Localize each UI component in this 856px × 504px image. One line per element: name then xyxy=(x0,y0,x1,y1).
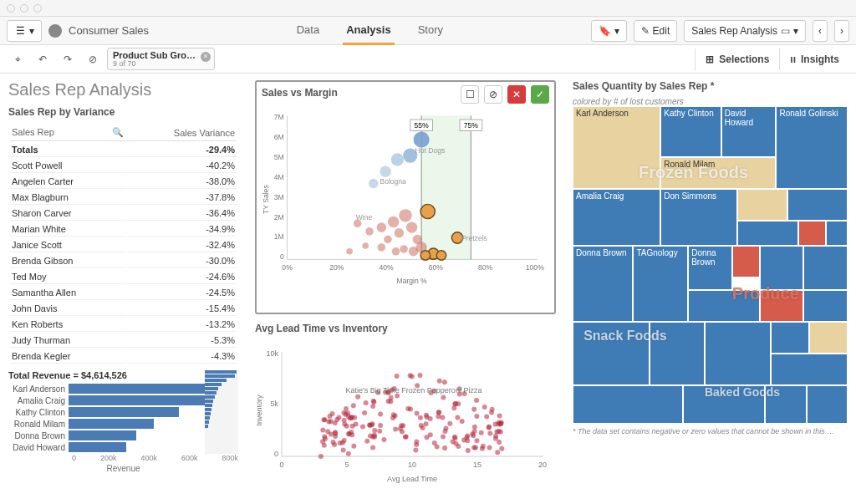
variance-table[interactable]: Sales Rep🔍 Sales Variance Totals -29.4% … xyxy=(8,123,238,365)
col-variance[interactable]: Sales Variance xyxy=(127,125,237,141)
bookmark-button[interactable]: 🔖 ▾ xyxy=(591,20,627,42)
treemap-cell[interactable] xyxy=(683,385,766,424)
menu-button[interactable]: ☰ ▾ xyxy=(7,20,42,42)
bar-row[interactable]: Ronald Milam xyxy=(8,419,238,429)
svg-point-168 xyxy=(372,428,377,433)
tab-analysis[interactable]: Analysis xyxy=(343,17,394,45)
svg-rect-1 xyxy=(205,370,237,374)
svg-point-245 xyxy=(499,420,504,425)
selection-chip[interactable]: Product Sub Gro… 9 of 70 × xyxy=(107,48,215,71)
treemap-cell[interactable] xyxy=(771,322,809,354)
treemap-cell[interactable] xyxy=(765,385,806,424)
insights-button[interactable]: ıı Insights xyxy=(779,48,849,70)
lasso-button[interactable]: ☐ xyxy=(461,85,479,104)
table-row[interactable]: Samantha Allen-24.5% xyxy=(10,286,237,300)
table-row[interactable]: Ken Roberts-13.2% xyxy=(10,318,237,332)
svg-point-130 xyxy=(322,443,327,448)
col-sales-rep[interactable]: Sales Rep🔍 xyxy=(10,125,125,141)
smart-search-button[interactable]: ⌖ xyxy=(7,48,28,70)
treemap-cell[interactable] xyxy=(798,221,826,246)
treemap-cell[interactable] xyxy=(737,189,787,221)
treemap-chart[interactable]: Karl Anderson Kathy Clinton David Howard… xyxy=(573,106,848,424)
table-row[interactable]: Ted Moy-24.6% xyxy=(10,270,237,284)
search-icon[interactable]: 🔍 xyxy=(112,127,124,138)
traffic-light-min[interactable] xyxy=(20,4,28,13)
treemap-cell[interactable]: David Howard xyxy=(721,106,777,157)
treemap-cell[interactable] xyxy=(787,189,848,221)
treemap-cell[interactable] xyxy=(803,246,848,290)
window-chrome xyxy=(0,0,856,17)
treemap-cell[interactable] xyxy=(771,354,848,385)
svg-point-180 xyxy=(442,379,447,384)
treemap-cell[interactable]: Donna Brown xyxy=(573,246,633,322)
svg-rect-13 xyxy=(205,420,209,424)
selections-tool-button[interactable]: ⊞ Selections xyxy=(695,48,779,70)
treemap-cell[interactable] xyxy=(688,290,760,322)
treemap-cell[interactable] xyxy=(573,385,683,424)
edit-button[interactable]: ✎ Edit xyxy=(634,20,678,42)
svg-point-249 xyxy=(372,433,377,438)
app-title: Consumer Sales xyxy=(69,24,149,37)
clear-selection-button[interactable]: ⊘ xyxy=(484,85,502,104)
chevron-right-icon: › xyxy=(840,25,843,37)
sales-margin-chart[interactable]: ☐ ⊘ ✕ ✓ Sales vs Margin TY Sales 7M 6M 5… xyxy=(255,80,556,314)
table-row[interactable]: Max Blagburn-37.8% xyxy=(10,191,237,205)
bar-row[interactable]: Donna Brown xyxy=(8,430,238,440)
prev-sheet-button[interactable]: ‹ xyxy=(813,20,828,42)
step-forward-button[interactable]: ↷ xyxy=(57,48,79,70)
svg-text:15: 15 xyxy=(473,461,482,469)
table-row[interactable]: Judy Thurman-5.3% xyxy=(10,333,237,348)
svg-text:20%: 20% xyxy=(329,263,344,272)
svg-text:55%: 55% xyxy=(415,121,430,130)
table-row[interactable]: Brenda Gibson-30.0% xyxy=(10,254,237,268)
bar-row[interactable]: Kathy Clinton xyxy=(8,407,238,417)
treemap-cell[interactable]: Don Simmons xyxy=(660,189,737,246)
leadtime-chart[interactable]: Avg Lead Time vs Inventory Inventory 10k… xyxy=(255,323,556,492)
confirm-button[interactable]: ✓ xyxy=(531,85,549,104)
traffic-light-max[interactable] xyxy=(33,4,42,13)
treemap-cell[interactable] xyxy=(760,246,804,290)
svg-point-218 xyxy=(493,422,498,427)
treemap-cell[interactable] xyxy=(705,322,771,385)
treemap-cell[interactable]: Ronald Milam xyxy=(660,157,776,189)
treemap-cell[interactable]: Donna Brown xyxy=(688,246,732,290)
cancel-button[interactable]: ✕ xyxy=(507,85,526,104)
svg-point-34 xyxy=(380,166,390,177)
treemap-cell[interactable]: Amalia Craig xyxy=(573,189,660,246)
table-row[interactable]: Angelen Carter-38.0% xyxy=(10,175,237,189)
bar-row[interactable]: Karl Anderson xyxy=(8,384,238,394)
table-row[interactable]: Sharon Carver-36.4% xyxy=(10,206,237,221)
next-sheet-button[interactable]: › xyxy=(834,20,849,42)
table-row[interactable]: Marian White-34.9% xyxy=(10,222,237,237)
svg-point-248 xyxy=(333,434,338,439)
treemap-cell[interactable] xyxy=(807,385,848,424)
chip-close-icon[interactable]: × xyxy=(201,52,211,62)
table-row[interactable]: Scott Powell-40.2% xyxy=(10,159,237,173)
treemap-cell[interactable]: Karl Anderson xyxy=(573,106,660,189)
sheet-dropdown[interactable]: Sales Rep Analysis ▭ ▾ xyxy=(684,20,806,42)
treemap-cell[interactable] xyxy=(732,246,760,277)
table-row[interactable]: John Davis-15.4% xyxy=(10,302,237,316)
tab-data[interactable]: Data xyxy=(293,17,323,45)
treemap-cell[interactable]: Kathy Clinton xyxy=(660,106,721,157)
table-row[interactable]: Janice Scott-32.4% xyxy=(10,238,237,252)
treemap-cell[interactable] xyxy=(737,221,797,246)
tab-story[interactable]: Story xyxy=(415,17,446,45)
treemap-cell[interactable]: Ronald Golinski xyxy=(776,106,848,189)
revenue-chart[interactable]: Total Revenue = $4,614,526 Karl Anderson… xyxy=(8,370,238,473)
treemap-cell[interactable] xyxy=(650,322,705,385)
treemap-cell[interactable] xyxy=(573,322,650,385)
table-row[interactable]: Brenda Kegler-4.3% xyxy=(10,349,237,364)
step-back-button[interactable]: ↶ xyxy=(32,48,54,70)
clear-selections-button[interactable]: ⊘ xyxy=(82,48,104,70)
treemap-cell[interactable]: TAGnology xyxy=(633,246,688,322)
bar-row[interactable]: Amalia Craig xyxy=(8,395,238,405)
traffic-light-close[interactable] xyxy=(7,4,15,13)
treemap-cell[interactable] xyxy=(803,290,848,322)
revenue-x-label: Revenue xyxy=(8,464,238,473)
treemap-cell[interactable] xyxy=(826,221,848,246)
selection-bar: ⌖ ↶ ↷ ⊘ Product Sub Gro… 9 of 70 × ⊞ Sel… xyxy=(0,45,856,74)
bar-row[interactable]: David Howard xyxy=(8,442,238,452)
treemap-cell[interactable] xyxy=(809,322,848,354)
treemap-cell[interactable] xyxy=(760,290,804,322)
